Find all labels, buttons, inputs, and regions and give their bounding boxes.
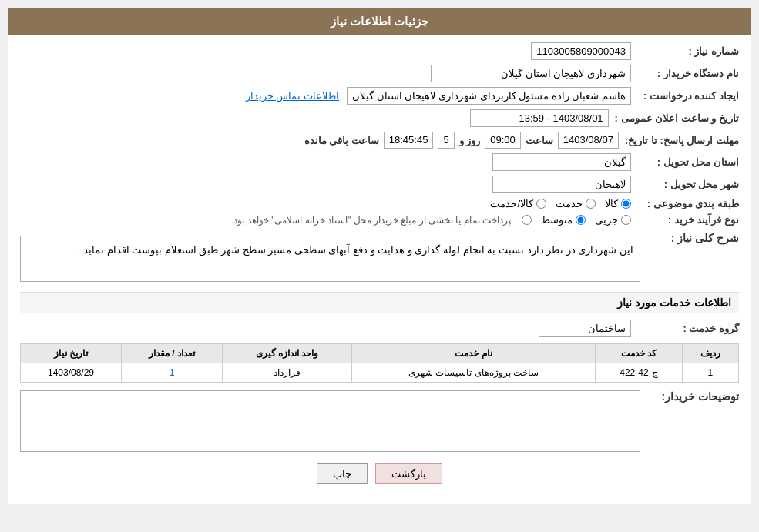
cell-row-num: 1 (682, 363, 738, 383)
service-group-value: ساختمان (539, 320, 631, 337)
category-option-khedmat: خدمت (556, 198, 596, 209)
remaining-time: 18:45:45 (384, 132, 434, 149)
purchase-type-medium-radio[interactable] (576, 215, 586, 225)
province-label: استان محل تحویل : (631, 156, 739, 168)
need-number-label: شماره نیاز : (631, 45, 739, 57)
print-button[interactable]: چاپ (317, 463, 368, 484)
purchase-note: پرداخت تمام یا بخشی از مبلغ خریداز محل "… (231, 215, 511, 226)
category-option-kala-khedmat: کالا/خدمت (490, 198, 546, 209)
purchase-type-option-medium: متوسط (541, 214, 586, 226)
buyer-notes-label: توضیحات خریدار: (646, 390, 739, 403)
requester-label: ایجاد کننده درخواست : (631, 90, 739, 102)
requester-value: هاشم شعبان زاده مسئول کاربردای شهرداری ل… (347, 87, 631, 105)
col-service-code: کد خدمت (596, 344, 683, 363)
purchase-type-option-partial: جزیی (595, 214, 631, 226)
city-label: شهر محل تحویل : (631, 179, 739, 190)
purchase-type-empty-radio[interactable] (522, 215, 532, 225)
deadline-time: 09:00 (485, 132, 521, 149)
category-label: طبقه بندی موضوعی : (631, 198, 739, 209)
cell-service-name: ساخت پروژه‌های تاسیسات شهری (351, 363, 595, 383)
category-option-kala: کالا (605, 198, 631, 209)
cell-date: 1403/08/29 (21, 363, 122, 383)
buyer-notes-textarea[interactable] (20, 390, 640, 452)
purchase-type-partial-radio[interactable] (621, 215, 631, 225)
cell-unit: قرارداد (222, 363, 351, 383)
description-label: شرح کلی نیاز : (646, 232, 739, 244)
announce-date-value: 1403/08/01 - 13:59 (470, 109, 609, 127)
deadline-days: 5 (438, 132, 454, 149)
city-value: لاهیجان (492, 176, 631, 193)
category-radio-group: کالا/خدمت خدمت کالا (490, 198, 631, 209)
deadline-days-label: روز و (459, 135, 481, 146)
col-unit: واحد اندازه گیری (222, 344, 351, 363)
need-number-value: 1103005809000043 (531, 42, 631, 60)
category-khedmat-radio[interactable] (586, 199, 596, 209)
cell-service-code: ج-42-422 (596, 363, 683, 383)
col-quantity: تعداد / مقدار (122, 344, 223, 363)
col-service-name: نام خدمت (351, 344, 595, 363)
services-table-section: ردیف کد خدمت نام خدمت واحد اندازه گیری ت… (20, 343, 739, 383)
contact-link[interactable]: اطلاعات تماس خریدار (246, 90, 339, 102)
category-khedmat-label: خدمت (556, 198, 583, 209)
category-kala-khedmat-label: کالا/خدمت (490, 198, 533, 209)
buyer-org-value: شهرداری لاهیجان استان گیلان (431, 65, 631, 82)
page-header: جزئیات اطلاعات نیاز (8, 8, 751, 35)
deadline-time-label: ساعت (526, 135, 553, 146)
services-section-title: اطلاعات خدمات مورد نیاز (20, 292, 739, 313)
purchase-type-label: نوع فرآیند خرید : (631, 214, 739, 226)
deadline-label: مهلت ارسال پاسخ: تا تاریخ: (619, 135, 739, 146)
purchase-type-radio-group: متوسط جزیی (519, 214, 631, 226)
table-row: 1 ج-42-422 ساخت پروژه‌های تاسیسات شهری ق… (21, 363, 739, 383)
services-table: ردیف کد خدمت نام خدمت واحد اندازه گیری ت… (20, 343, 739, 383)
back-button[interactable]: بازگشت (375, 463, 442, 484)
category-kala-label: کالا (605, 198, 618, 209)
purchase-type-partial-label: جزیی (595, 214, 618, 226)
purchase-type-medium-label: متوسط (541, 214, 573, 226)
category-kala-khedmat-radio[interactable] (536, 199, 546, 209)
cell-quantity: 1 (122, 363, 223, 383)
purchase-type-option-empty (519, 215, 532, 225)
deadline-date: 1403/08/07 (558, 132, 619, 149)
col-date: تاریخ نیاز (21, 344, 122, 363)
description-box: این شهرداری در نظر دارد نسبت به انجام لو… (20, 236, 640, 282)
remaining-label: ساعت باقی مانده (304, 135, 379, 146)
buyer-org-label: نام دستگاه خریدار : (631, 68, 739, 79)
category-kala-radio[interactable] (621, 199, 631, 209)
announce-date-label: تاریخ و ساعت اعلان عمومی : (609, 112, 739, 124)
service-group-label: گروه خدمت : (631, 323, 739, 334)
buttons-row: بازگشت چاپ (20, 463, 739, 496)
province-value: گیلان (492, 153, 631, 171)
col-row-num: ردیف (682, 344, 738, 363)
